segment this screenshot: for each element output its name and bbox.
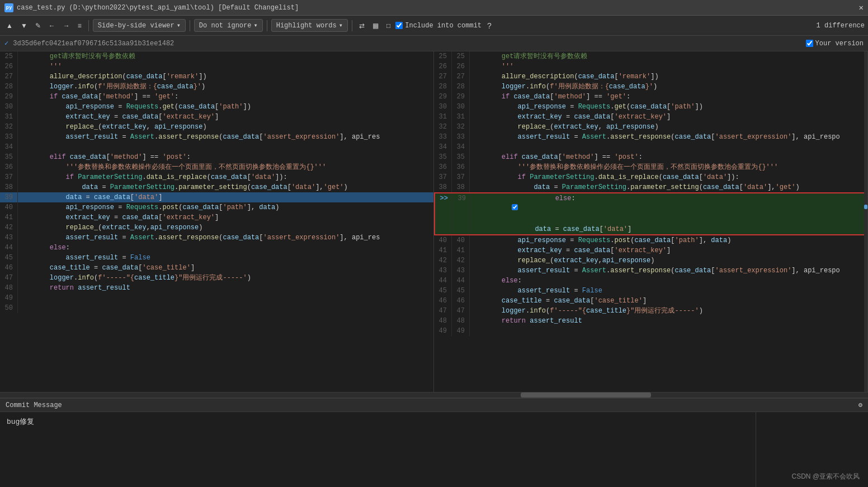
- commit-body: bug修复: [0, 412, 868, 487]
- right-hscroll[interactable]: [434, 392, 868, 398]
- separator-4: [352, 20, 352, 31]
- settings2-icon: □: [386, 22, 390, 30]
- diff-changed-row: >> 39 else:: [434, 192, 867, 224]
- highlight-dropdown[interactable]: Highlight words ▾: [271, 19, 348, 32]
- table-row: 35 35 elif case_data['method'] == 'post'…: [434, 152, 867, 162]
- table-row: 38 data = ParameterSetting.parameter_set…: [0, 182, 433, 192]
- table-row: 36 36 '''参数替换和参数依赖操作必须在一个页面里面，不然页面切换参数池会…: [434, 162, 867, 172]
- grid-button[interactable]: ▦: [370, 20, 381, 31]
- table-row: 40 40 api_response = Requests.post(case_…: [434, 235, 867, 245]
- settings-icon[interactable]: ⚙: [858, 401, 862, 409]
- table-row: 31 extract_key = case_data['extract_key'…: [0, 112, 433, 122]
- grid-icon: ▦: [372, 22, 379, 30]
- table-row: 38 38 data = ParameterSetting.parameter_…: [434, 182, 867, 192]
- table-row: 25 25 get请求暂时没有号参数依赖: [434, 51, 867, 62]
- highlight-label: Highlight words: [276, 22, 337, 30]
- table-row: 49 49: [434, 326, 867, 336]
- separator-2: [190, 20, 190, 31]
- title-bar: py case_test.py (D:\python2022\pytest_ap…: [0, 0, 868, 16]
- table-row: 30 30 api_response = Requests.get(case_d…: [434, 102, 867, 112]
- your-version-text: Your version: [815, 40, 864, 48]
- your-version-label[interactable]: Your version: [806, 40, 864, 48]
- viewer-label: Side-by-side viewer: [98, 22, 174, 30]
- table-row: 50: [0, 303, 433, 313]
- table-row: 35 elif case_data['method'] == 'post':: [0, 152, 433, 162]
- prev-diff-button[interactable]: ▲: [3, 20, 16, 31]
- table-row: 44 44 else:: [434, 276, 867, 286]
- edit-icon: ✎: [35, 22, 41, 30]
- table-row: 29 29 if case_data['method'] == 'get':: [434, 92, 867, 102]
- table-row: 49: [0, 293, 433, 303]
- table-row: 33 33 assert_result = Assert.assert_resp…: [434, 132, 867, 142]
- separator-3: [267, 20, 267, 31]
- diff-area: 25 get请求暂时没有号参数依赖 26 ''' 27 allure_descr…: [0, 51, 868, 398]
- highlight-chevron-icon: ▾: [339, 21, 343, 30]
- settings2-button[interactable]: □: [384, 20, 393, 31]
- table-row: 26 ''': [0, 62, 433, 72]
- table-row: 45 assert_result = False: [0, 253, 433, 263]
- table-row: 27 27 allure_description(case_data['rema…: [434, 72, 867, 82]
- table-row: 29 if case_data['method'] == 'get':: [0, 92, 433, 102]
- left-hscroll[interactable]: [0, 392, 434, 398]
- prev-icon: ▲: [6, 22, 13, 30]
- left-panel-wrapper: 25 get请求暂时没有号参数依赖 26 ''' 27 allure_descr…: [0, 51, 434, 398]
- table-row: 34: [0, 142, 433, 152]
- menu-button[interactable]: ≡: [75, 20, 84, 31]
- close-button[interactable]: ✕: [859, 3, 864, 12]
- table-row: 32 replace_(extract_key, api_response): [0, 122, 433, 132]
- commit-message-text: bug修复: [7, 418, 34, 426]
- table-row: 46 46 case_title = case_data['case_title…: [434, 296, 867, 306]
- forward-button[interactable]: →: [60, 20, 73, 31]
- table-row: 32 32 replace_(extract_key, api_response…: [434, 122, 867, 132]
- table-row: 47 47 logger.info(f'-----"{case_title}"用…: [434, 306, 867, 316]
- scrollbar-diff-marker: [864, 205, 867, 209]
- next-diff-button[interactable]: ▼: [18, 20, 30, 31]
- table-row: 42 42 replace_(extract_key,api_response): [434, 256, 867, 266]
- table-row: 41 41 extract_key = case_data['extract_k…: [434, 245, 867, 256]
- table-row: 40 api_response = Requests.post(case_dat…: [0, 202, 433, 212]
- hash-bar: ✓ 3d35d6efc0421eaf0796716c513aa91b31ee14…: [0, 36, 868, 51]
- back-button[interactable]: ←: [46, 20, 58, 31]
- table-row: 48 return assert_result: [0, 283, 433, 293]
- table-row: 28 logger.info(f'用例原始数据：{case_data}'): [0, 82, 433, 92]
- diff-line-checkbox[interactable]: [512, 204, 517, 210]
- check-icon: ✓: [4, 39, 8, 48]
- ignore-label: Do not ignore: [199, 22, 252, 30]
- back-icon: ←: [49, 22, 55, 30]
- include-commit-checkbox[interactable]: [395, 22, 403, 29]
- right-diff-panel[interactable]: 25 25 get请求暂时没有号参数依赖 26 26 ''' 27 27 all…: [434, 51, 868, 392]
- your-version-checkbox[interactable]: [806, 40, 813, 47]
- table-row: 43 assert_result = Assert.assert_respons…: [0, 233, 433, 243]
- table-row: 44 else:: [0, 243, 433, 253]
- diff-added-row: data = case_data['data']: [434, 224, 867, 235]
- table-row: 33 assert_result = Assert.assert_respons…: [0, 132, 433, 142]
- table-row: 31 31 extract_key = case_data['extract_k…: [434, 112, 867, 122]
- left-diff-panel[interactable]: 25 get请求暂时没有号参数依赖 26 ''' 27 allure_descr…: [0, 51, 434, 392]
- edit-button[interactable]: ✎: [32, 20, 44, 31]
- table-row: 26 26 ''': [434, 62, 867, 72]
- scrollbar-track: [864, 51, 867, 392]
- include-commit-label[interactable]: Include into commit: [395, 22, 482, 30]
- table-row: 25 get请求暂时没有号参数依赖: [0, 51, 433, 62]
- table-row: 39 data = case_data['data']: [0, 192, 433, 202]
- table-row: 47 logger.info(f'-----"{case_title}"用例运行…: [0, 273, 433, 283]
- commit-area: Commit Message ⚙ bug修复: [0, 398, 868, 487]
- forward-icon: →: [63, 22, 70, 30]
- right-panel-wrapper: 25 25 get请求暂时没有号参数依赖 26 26 ''' 27 27 all…: [434, 51, 868, 398]
- menu-icon: ≡: [78, 22, 82, 30]
- sync-button[interactable]: ⇄: [356, 20, 367, 31]
- table-row: 43 43 assert_result = Assert.assert_resp…: [434, 266, 867, 276]
- sync-icon: ⇄: [359, 22, 365, 30]
- table-row: 42 replace_(extract_key,api_response): [0, 223, 433, 233]
- commit-message-label: Commit Message: [6, 401, 62, 409]
- commit-message-input-area[interactable]: bug修复: [0, 412, 756, 487]
- viewer-dropdown[interactable]: Side-by-side viewer ▾: [93, 19, 186, 32]
- ignore-dropdown[interactable]: Do not ignore ▾: [194, 19, 263, 32]
- next-icon: ▼: [21, 22, 27, 30]
- viewer-chevron-icon: ▾: [177, 21, 181, 30]
- table-row: 48 48 return assert_result: [434, 316, 867, 326]
- table-row: 28 28 logger.info(f'用例原始数据：{case_data}'): [434, 82, 867, 92]
- table-row: 46 case_title = case_data['case_title']: [0, 263, 433, 273]
- table-row: 36 '''参数替换和参数依赖操作必须在一个页面里面，不然页面切换参数池会重置为…: [0, 162, 433, 172]
- help-button[interactable]: ?: [484, 20, 495, 31]
